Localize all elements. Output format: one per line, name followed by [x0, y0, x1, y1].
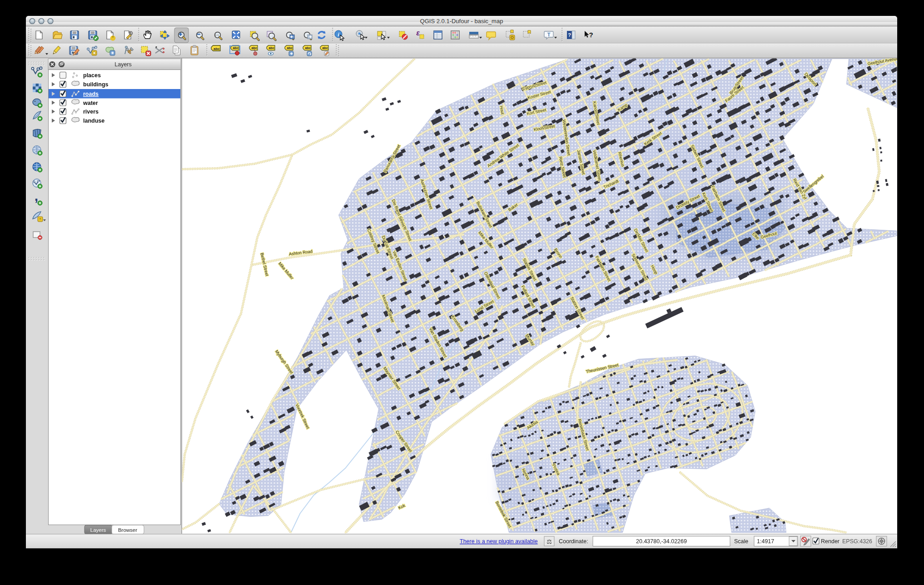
svg-text:20.43780,-34.02269: 20.43780,-34.02269 [636, 538, 687, 545]
svg-text:1:4917: 1:4917 [757, 538, 774, 545]
svg-text:landuse: landuse [83, 118, 104, 124]
svg-text:QGIS 2.0.1-Dufour - basic_map: QGIS 2.0.1-Dufour - basic_map [420, 18, 503, 25]
svg-text:Render: Render [821, 538, 840, 545]
svg-text:*: * [40, 217, 41, 222]
svg-text:buildings: buildings [83, 81, 109, 88]
svg-text:1:1: 1:1 [215, 34, 219, 36]
svg-text:There is a new plugin availabl: There is a new plugin available [460, 538, 538, 545]
svg-text:T: T [547, 32, 551, 37]
svg-text:Layers: Layers [114, 61, 132, 68]
svg-text:ε: ε [416, 29, 420, 37]
svg-text:Scale: Scale [734, 538, 748, 545]
svg-text:?: ? [589, 31, 593, 39]
svg-text:Browser: Browser [118, 527, 137, 533]
svg-text:?: ? [568, 32, 571, 38]
svg-text:EPSG:4326: EPSG:4326 [842, 538, 872, 545]
svg-text:water: water [83, 100, 98, 106]
svg-text:places: places [83, 72, 101, 79]
svg-text:Coordinate:: Coordinate: [559, 538, 588, 545]
svg-text:*: * [112, 35, 114, 40]
svg-text:,: , [35, 188, 38, 203]
svg-text:rivers: rivers [83, 109, 99, 115]
svg-text:roads: roads [83, 91, 99, 97]
svg-text:⚖: ⚖ [546, 538, 552, 545]
svg-text:Layers: Layers [90, 527, 106, 533]
